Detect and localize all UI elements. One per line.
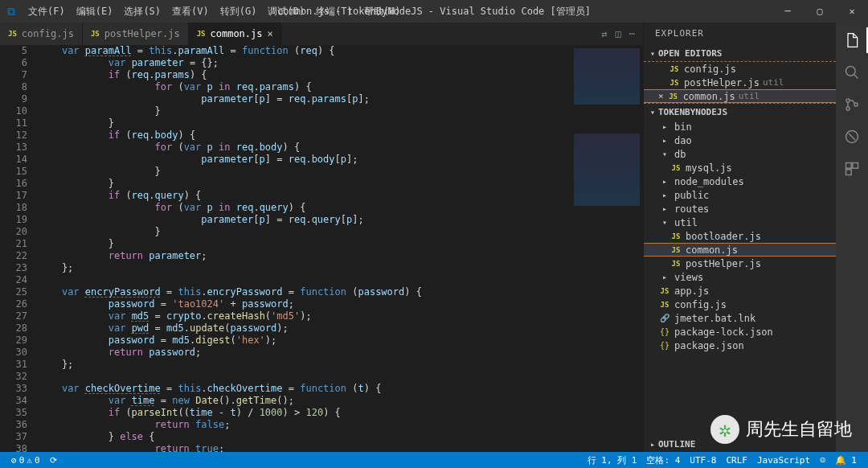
tree-node[interactable]: JSmysql.js xyxy=(644,161,836,174)
js-icon: JS xyxy=(669,244,682,257)
tab-common-js[interactable]: JScommon.js× xyxy=(189,23,282,45)
app-logo: ⧉ xyxy=(0,5,23,18)
debug-icon[interactable] xyxy=(842,127,862,146)
minimap[interactable] xyxy=(571,45,643,452)
status-errors[interactable]: ⊘0 ⚠0 xyxy=(6,455,45,466)
code-line[interactable]: return parameter; xyxy=(39,250,643,262)
open-editor-item[interactable]: JSpostHelper.jsutil xyxy=(644,76,836,89)
svg-point-4 xyxy=(854,103,858,106)
code-line[interactable]: if (parseInt((time - t) / 1000) > 120) { xyxy=(39,407,643,419)
outline-header[interactable]: ▸OUTLINE xyxy=(644,436,836,452)
status-feedback[interactable]: ☺ xyxy=(815,454,830,466)
code-line[interactable]: var time = new Date().getTime(); xyxy=(39,395,643,407)
code-line[interactable]: parameter[p] = req.params[p]; xyxy=(39,93,643,105)
code-line[interactable] xyxy=(39,371,643,383)
extensions-icon[interactable] xyxy=(842,159,862,179)
split-icon[interactable]: ◫ xyxy=(616,28,621,39)
close-icon[interactable]: × xyxy=(268,28,273,39)
code-line[interactable]: parameter[p] = req.body[p]; xyxy=(39,154,643,166)
files-icon[interactable] xyxy=(842,31,862,50)
tree-node[interactable]: JSpostHelper.js xyxy=(644,257,836,270)
code-line[interactable]: } xyxy=(39,238,643,250)
tree-node[interactable]: ▸routes xyxy=(644,202,836,216)
status-notifications[interactable]: 🔔 1 xyxy=(830,454,862,466)
chevron-right-icon: ▸ xyxy=(658,203,671,216)
code-line[interactable] xyxy=(39,274,643,286)
open-editor-item[interactable]: ×JScommon.jsutil xyxy=(644,89,836,103)
code-line[interactable]: var checkOvertime = this.checkOvertime =… xyxy=(39,383,643,395)
code-line[interactable]: }; xyxy=(39,262,643,274)
code-line[interactable]: } xyxy=(39,117,643,129)
tree-node[interactable]: {}package-lock.json xyxy=(644,325,836,339)
js-icon: JS xyxy=(668,63,681,76)
code-line[interactable]: } xyxy=(39,226,643,238)
code-line[interactable]: var parameter = {}; xyxy=(39,57,643,69)
status-sync[interactable]: ⟳ xyxy=(45,455,62,466)
code-line[interactable]: } xyxy=(39,105,643,117)
code-line[interactable]: for (var p in req.query) { xyxy=(39,202,643,214)
tab-config-js[interactable]: JSconfig.js xyxy=(0,23,83,45)
tree-node[interactable]: 🔗jmeter.bat.lnk xyxy=(644,311,836,325)
tree-node[interactable]: {}package.json xyxy=(644,339,836,352)
search-icon[interactable] xyxy=(842,63,862,82)
tree-node[interactable]: ▸dao xyxy=(644,133,836,147)
svg-line-1 xyxy=(854,75,858,79)
code-line[interactable]: password = 'tao1024' + password; xyxy=(39,298,643,310)
close-button[interactable]: ✕ xyxy=(836,0,868,23)
menu-item-0[interactable]: 文件(F) xyxy=(23,0,71,23)
code-line[interactable]: } xyxy=(39,178,643,190)
code-line[interactable]: if (req.body) { xyxy=(39,129,643,142)
code-editor[interactable]: 5678910111213141516171819202122232425262… xyxy=(0,45,643,452)
compare-icon[interactable]: ⇄ xyxy=(601,28,607,39)
tab-postHelper-js[interactable]: JSpostHelper.js xyxy=(83,23,189,45)
tree-node[interactable]: ▸views xyxy=(644,270,836,284)
svg-point-3 xyxy=(846,107,850,110)
source-control-icon[interactable] xyxy=(842,95,862,114)
code-line[interactable]: } xyxy=(39,166,643,178)
code-line[interactable]: var md5 = crypto.createHash('md5'); xyxy=(39,310,643,322)
status-lang[interactable]: JavaScript xyxy=(752,454,815,466)
code-line[interactable]: for (var p in req.params) { xyxy=(39,81,643,93)
menu-item-2[interactable]: 选择(S) xyxy=(118,0,166,23)
tree-node[interactable]: ▸node_modules xyxy=(644,174,836,188)
tree-node[interactable]: JSapp.js xyxy=(644,284,836,298)
code-line[interactable]: } else { xyxy=(39,431,643,443)
editor-tabs: JSconfig.jsJSpostHelper.jsJScommon.js× ⇄… xyxy=(0,23,643,45)
tree-node[interactable]: JSbootloader.js xyxy=(644,229,836,243)
tree-node[interactable]: JScommon.js xyxy=(644,243,836,257)
project-header[interactable]: ▾TOKENBYNODEJS xyxy=(644,104,836,120)
minimize-button[interactable]: ─ xyxy=(772,0,804,23)
code-line[interactable]: return false; xyxy=(39,419,643,431)
maximize-button[interactable]: ▢ xyxy=(804,0,836,23)
code-line[interactable]: if (req.params) { xyxy=(39,69,643,81)
code-line[interactable]: return true; xyxy=(39,443,643,452)
more-icon[interactable]: ⋯ xyxy=(629,28,635,39)
tree-node[interactable]: ▾db xyxy=(644,147,836,161)
status-eol[interactable]: CRLF xyxy=(721,454,752,466)
tree-node[interactable]: JSconfig.js xyxy=(644,298,836,311)
code-line[interactable]: var encryPassword = this.encryPassword =… xyxy=(39,286,643,298)
code-line[interactable]: return password; xyxy=(39,347,643,359)
code-body[interactable]: var paramAll = this.paramAll = function … xyxy=(39,45,643,452)
open-editors-header[interactable]: ▾OPEN EDITORS xyxy=(644,45,836,61)
code-line[interactable]: password = md5.digest('hex'); xyxy=(39,335,643,347)
code-line[interactable]: var paramAll = this.paramAll = function … xyxy=(39,45,643,57)
code-line[interactable]: }; xyxy=(39,359,643,371)
open-editor-item[interactable]: JSconfig.js xyxy=(644,62,836,76)
status-spaces[interactable]: 空格: 4 xyxy=(641,454,685,466)
tree-node[interactable]: ▾util xyxy=(644,216,836,229)
menu-item-4[interactable]: 转到(G) xyxy=(215,0,263,23)
menu-item-3[interactable]: 查看(V) xyxy=(166,0,215,23)
menu-item-1[interactable]: 编辑(E) xyxy=(71,0,119,23)
status-cursor[interactable]: 行 1, 列 1 xyxy=(583,454,642,466)
tree-node[interactable]: ▸bin xyxy=(644,120,836,133)
tree-node[interactable]: ▸public xyxy=(644,188,836,202)
code-line[interactable]: parameter[p] = req.query[p]; xyxy=(39,214,643,226)
chevron-right-icon: ▸ xyxy=(658,121,671,133)
code-line[interactable]: if (req.query) { xyxy=(39,190,643,202)
close-icon[interactable]: × xyxy=(658,91,664,101)
code-line[interactable]: var pwd = md5.update(password); xyxy=(39,322,643,335)
js-icon: JS xyxy=(658,298,671,311)
code-line[interactable]: for (var p in req.body) { xyxy=(39,142,643,154)
status-encoding[interactable]: UTF-8 xyxy=(685,454,721,466)
